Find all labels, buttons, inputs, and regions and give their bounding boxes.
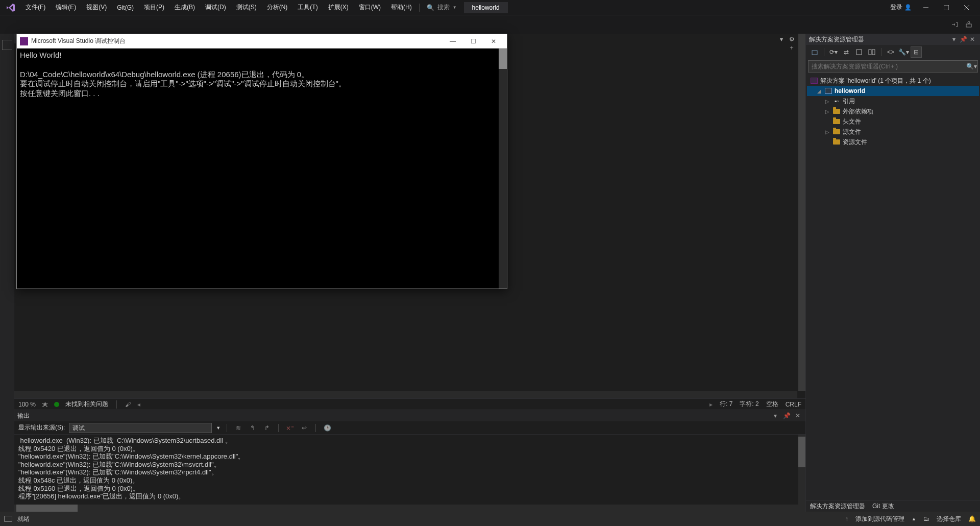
- tree-node-references[interactable]: ▷ ▪▫ 引用: [807, 96, 979, 106]
- chevron-up-icon[interactable]: ▲: [912, 516, 916, 521]
- close-icon[interactable]: ✕: [793, 411, 802, 420]
- zoom-level[interactable]: 100 %: [18, 401, 36, 408]
- no-issues[interactable]: 未找到相关问题: [54, 400, 108, 409]
- menu-analyze[interactable]: 分析(N): [262, 1, 293, 14]
- project-icon: [824, 87, 832, 94]
- pin-icon[interactable]: 📌: [959, 35, 968, 44]
- menu-file[interactable]: 文件(F): [20, 1, 51, 14]
- search-icon: 🔍: [427, 4, 434, 11]
- output-text[interactable]: helloworld.exe (Win32): 已加载 C:\Windows\S…: [14, 435, 805, 505]
- close-icon[interactable]: ✕: [968, 35, 977, 44]
- close-button[interactable]: [957, 1, 977, 15]
- clock-icon[interactable]: 🕒: [322, 423, 332, 433]
- menu-window[interactable]: 窗口(W): [354, 1, 386, 14]
- folder-icon: [832, 118, 841, 125]
- console-minimize[interactable]: —: [443, 38, 463, 45]
- menu-git[interactable]: Git(G): [112, 2, 139, 13]
- chevron-right-icon[interactable]: ▷: [824, 109, 830, 114]
- menu-debug[interactable]: 调试(D): [200, 1, 231, 14]
- svg-point-5: [968, 21, 970, 23]
- repo-icon: 🗂: [923, 515, 929, 522]
- menu-test[interactable]: 测试(S): [231, 1, 262, 14]
- select-repo[interactable]: 选择仓库: [937, 515, 961, 523]
- left-tool-margin: [0, 34, 14, 512]
- show-all-icon[interactable]: [866, 46, 877, 58]
- add-source-control[interactable]: 添加到源代码管理: [855, 515, 904, 523]
- menu-project[interactable]: 项目(P): [139, 1, 169, 14]
- project-node[interactable]: ◢ helloworld: [807, 86, 979, 96]
- properties-icon[interactable]: ⊟: [911, 46, 922, 58]
- eol-mode[interactable]: CRLF: [786, 401, 801, 408]
- bug-icon[interactable]: 🟊: [42, 401, 48, 408]
- chevron-down-icon[interactable]: ◢: [816, 88, 822, 94]
- share-icon[interactable]: [948, 18, 961, 31]
- chevron-down-icon[interactable]: ▾: [949, 35, 959, 44]
- admin-icon[interactable]: [963, 18, 975, 31]
- signin-button[interactable]: 登录 👤: [886, 3, 916, 12]
- chevron-right-icon[interactable]: ▷: [824, 129, 830, 135]
- console-maximize[interactable]: ☐: [463, 38, 483, 45]
- editor-statusbar: 100 % 🟊 未找到相关问题 🖌 ◂ ▸ 行: 7 字符: 2 空格 CRLF: [14, 398, 805, 410]
- refresh-icon[interactable]: ⟳▾: [828, 46, 839, 58]
- solution-search-input[interactable]: [808, 62, 965, 71]
- divider-icon: [315, 424, 316, 432]
- console-scrollbar[interactable]: [499, 49, 507, 289]
- menu-build[interactable]: 生成(B): [169, 1, 200, 14]
- output-window-icon[interactable]: [4, 516, 12, 522]
- folder-icon: [832, 128, 841, 135]
- output-source-select[interactable]: 调试: [69, 423, 212, 433]
- folder-icon: [832, 138, 841, 146]
- project-tab[interactable]: helloworld: [464, 2, 508, 13]
- code-icon[interactable]: <>: [885, 46, 896, 58]
- arrow-up-icon: ↑: [845, 515, 848, 522]
- search-box[interactable]: 🔍 搜索 ▼: [422, 3, 462, 12]
- minimize-button[interactable]: [916, 1, 936, 15]
- maximize-button[interactable]: [936, 1, 957, 15]
- tree-node-headers[interactable]: 头文件: [807, 116, 979, 127]
- home-icon[interactable]: [809, 46, 820, 58]
- tab-git-changes[interactable]: Git 更改: [872, 502, 894, 511]
- solution-tree: 解决方案 'helloworld' (1 个项目，共 1 个) ◢ hellow…: [806, 74, 980, 500]
- toolbox-icon[interactable]: [2, 40, 12, 50]
- sync-icon[interactable]: ⇄: [841, 46, 852, 58]
- console-close[interactable]: ✕: [483, 38, 504, 45]
- find-icon[interactable]: ≋: [233, 423, 243, 433]
- secondary-toolbar: [0, 15, 980, 34]
- goto-prev-icon[interactable]: ↰: [248, 423, 258, 433]
- chevron-down-icon[interactable]: ▾: [771, 411, 780, 420]
- tab-solution-explorer[interactable]: 解决方案资源管理器: [810, 502, 865, 511]
- main-area: 新增 ▾ ⚙ ＋ Microsoft Visual Studio 调试控制台 —…: [0, 34, 980, 512]
- output-scrollbar-h[interactable]: [14, 505, 805, 512]
- editor-scrollbar-v[interactable]: [798, 34, 805, 391]
- output-scrollbar-v[interactable]: [798, 435, 805, 505]
- bell-icon[interactable]: 🔔: [968, 515, 976, 522]
- menu-help[interactable]: 帮助(H): [386, 1, 417, 14]
- right-panel-tabs: 解决方案资源管理器 Git 更改: [806, 500, 980, 512]
- editor-scrollbar-h[interactable]: [14, 391, 797, 398]
- menu-tools[interactable]: 工具(T): [292, 1, 323, 14]
- solution-search[interactable]: 🔍▾: [808, 60, 978, 73]
- plus-icon[interactable]: ＋: [787, 43, 796, 52]
- chevron-down-icon[interactable]: ▼: [216, 425, 220, 431]
- brush-icon[interactable]: 🖌: [125, 401, 131, 408]
- indent-mode[interactable]: 空格: [766, 400, 778, 409]
- wrench-icon[interactable]: 🔧▾: [898, 46, 909, 58]
- pin-icon[interactable]: 📌: [782, 411, 791, 420]
- tree-node-resources[interactable]: 资源文件: [807, 137, 979, 147]
- console-titlebar[interactable]: Microsoft Visual Studio 调试控制台 — ☐ ✕: [17, 34, 507, 49]
- chevron-down-icon: ▼: [453, 5, 457, 10]
- goto-next-icon[interactable]: ↱: [262, 423, 272, 433]
- menu-extensions[interactable]: 扩展(X): [323, 1, 354, 14]
- wrap-icon[interactable]: ↩: [299, 423, 309, 433]
- clear-icon[interactable]: ⨯⁼: [285, 423, 295, 433]
- tree-node-source[interactable]: ▷ 源文件: [807, 127, 979, 137]
- tree-node-external[interactable]: ▷ 外部依赖项: [807, 106, 979, 116]
- collapse-icon[interactable]: [853, 46, 865, 58]
- menu-edit[interactable]: 编辑(E): [51, 1, 81, 14]
- chevron-right-icon[interactable]: ▷: [824, 99, 830, 104]
- search-icon[interactable]: 🔍▾: [965, 63, 977, 70]
- solution-root[interactable]: 解决方案 'helloworld' (1 个项目，共 1 个): [807, 76, 979, 86]
- menu-view[interactable]: 视图(V): [81, 1, 112, 14]
- console-title-text: Microsoft Visual Studio 调试控制台: [31, 37, 126, 45]
- editor-dropdown-icon[interactable]: ▾: [777, 35, 786, 44]
